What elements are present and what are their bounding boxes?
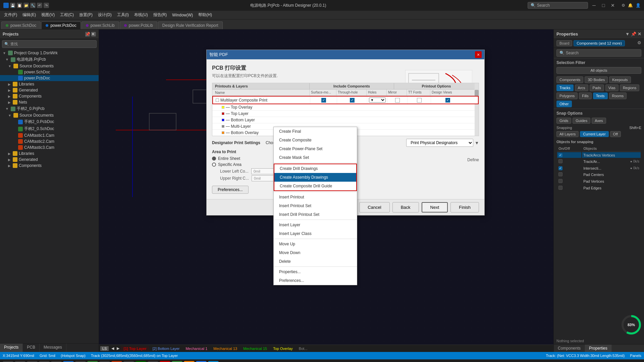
rtab-components[interactable]: Components [554, 345, 585, 352]
filter-btn-vias[interactable]: Vias [605, 84, 619, 91]
properties-search[interactable]: 🔍 Search [556, 49, 641, 57]
ctx-create-power-plane[interactable]: Create Power-Plane Set [274, 144, 357, 153]
taskbar-icon-7[interactable]: A [111, 361, 122, 362]
menu-design[interactable]: 设计(D) [95, 11, 114, 18]
obj-row-padvertices[interactable]: Pad Vertices [557, 178, 641, 184]
menu-view[interactable]: 视图(V) [39, 11, 57, 18]
snap-mode-off[interactable]: Off [610, 131, 621, 137]
menu-route[interactable]: 布线(U) [131, 11, 151, 18]
layer-tab-topoverlay[interactable]: Top Overlay [270, 346, 296, 351]
tree-generated-1[interactable]: ▶ Generated [0, 87, 99, 93]
ctx-create-final[interactable]: Create Final [274, 127, 357, 136]
check-padvertices[interactable] [558, 179, 562, 183]
menu-edit[interactable]: 编辑(E) [20, 11, 39, 18]
tab-schLib[interactable]: power.SchLib [82, 21, 119, 29]
panel-pin-icon[interactable]: 📌 [85, 32, 90, 37]
table-row-top-overlay[interactable]: — Top Overlay [212, 104, 479, 111]
obj-row-trackvertices[interactable]: ✓ Track/Arcs Vertices [557, 152, 641, 158]
ctx-insert-layer-class[interactable]: Insert Layer Class [274, 229, 357, 238]
filter-icon-right[interactable]: ⚙ [637, 40, 641, 46]
taskbar-icon-14[interactable]: G [196, 361, 207, 362]
title-search[interactable]: 🔍 Search [528, 2, 588, 9]
check-trackvertices[interactable]: ✓ [558, 153, 562, 157]
table-scrollbar[interactable] [475, 83, 479, 136]
tree-power-schdoc[interactable]: ▶ power.SchDoc [0, 69, 99, 75]
taskbar-icon-4[interactable]: 📋 [75, 361, 86, 362]
rtab-properties[interactable]: Properties [585, 345, 612, 352]
maximize-button[interactable]: □ [600, 2, 607, 9]
ctx-move-up[interactable]: Move Up [274, 240, 357, 248]
designator-dropdown[interactable]: Print Physical Designators Print Logical… [406, 139, 473, 147]
ctx-create-assembly[interactable]: Create Assembly Drawings [274, 173, 356, 182]
ctx-insert-drill-printout[interactable]: Insert Drill Printout Set [274, 210, 357, 219]
menu-file[interactable]: 文件(F) [1, 11, 20, 18]
ctx-create-drill[interactable]: Create Drill Drawings [274, 164, 356, 173]
radio-specific-btn[interactable] [212, 163, 216, 167]
tb-icon-3[interactable]: 📋 [17, 3, 22, 8]
menu-tools[interactable]: 工具(I) [114, 11, 131, 18]
obj-row-trackarc[interactable]: Track/Ar... ● 0k/s [557, 159, 641, 165]
check-mirror[interactable] [395, 98, 400, 103]
taskbar-icon-5[interactable]: P [87, 361, 98, 362]
taskbar-icon-fe[interactable]: 📁 [27, 361, 38, 362]
taskbar-icon-6[interactable]: ⚙ [99, 361, 110, 362]
layer-tab-top[interactable]: [1] Top Layer [121, 346, 149, 351]
start-button[interactable]: ⊞ [3, 361, 13, 362]
bell-icon[interactable]: 🔔 [628, 3, 633, 8]
panel-close-icon[interactable]: ✕ [91, 32, 96, 37]
obj-row-intersect[interactable]: ✓ Intersecti... ● 0k/s [557, 165, 641, 171]
ctx-create-mask[interactable]: Create Mask Set [274, 153, 357, 162]
layer-tab-bot[interactable]: Bot... [296, 346, 310, 351]
taskbar-icon-11[interactable]: E [160, 361, 170, 362]
tree-libraries-2[interactable]: ▶ Libraries [0, 150, 99, 157]
nav-right[interactable]: ▶ [115, 346, 121, 351]
check-padcenters[interactable] [558, 172, 562, 176]
project-search[interactable]: 🔍 查找 [2, 40, 97, 48]
table-row-bottom-layer[interactable]: — Bottom Layer [212, 117, 479, 123]
tb-icon-7[interactable]: ↷ [44, 3, 49, 8]
layer-tab-mech13[interactable]: Mechanical 13 [211, 346, 240, 351]
layer-tab-bottom[interactable]: [2] Bottom Layer [150, 346, 182, 351]
layer-tab-mech1[interactable]: Mechanical 1 [183, 346, 210, 351]
tab-schDoc[interactable]: power.SchDoc [1, 21, 41, 29]
tab-pcbLib[interactable]: power.PcbLib [120, 21, 157, 29]
taskbar-icon-10[interactable]: 📊 [148, 361, 158, 362]
tab-pcb[interactable]: PCB [23, 344, 40, 352]
check-intersect[interactable]: ✓ [558, 166, 562, 170]
ctx-insert-printout-set[interactable]: Insert Printout Set [274, 201, 357, 210]
check-trackarc[interactable] [558, 159, 562, 163]
dialog-close-button[interactable]: × [475, 51, 482, 58]
tab-drc[interactable]: Design Rule Verification Report [158, 21, 223, 29]
layer-tab-mech15[interactable]: Mechanical 15 [240, 346, 270, 351]
close-icon[interactable]: ✕ [638, 32, 641, 37]
tree-handle-pcbdoc[interactable]: ▶ 手柄2_0.PcbDoc [0, 118, 99, 125]
tree-generated-2[interactable]: ▶ Generated [0, 157, 99, 163]
filter-btn-polygons[interactable]: Polygons [556, 93, 578, 99]
close-button[interactable]: ✕ [609, 2, 616, 9]
filter-btn-fills[interactable]: Fills [579, 93, 592, 99]
holes-dropdown[interactable]: ▼ [369, 98, 386, 103]
tab-pcbDoc[interactable]: power.PcbDoc [41, 21, 80, 29]
filter-btn-pads[interactable]: Pads [590, 84, 604, 91]
pin-icon[interactable]: 📌 [631, 32, 636, 37]
prop-tab-components[interactable]: Components (and 12 more) [574, 40, 625, 46]
tree-project-group[interactable]: ▼ Project Group 1.DsnWrk [0, 50, 99, 56]
menu-help[interactable]: 帮助(H) [196, 11, 215, 18]
ctx-insert-printout[interactable]: Insert Printout [274, 193, 357, 201]
ctx-insert-layer[interactable]: Insert Layer [274, 221, 357, 229]
table-row-top-layer[interactable]: — Top Layer [212, 111, 479, 117]
snap-btn-axes[interactable]: Axes [592, 118, 606, 124]
taskbar-icon-12[interactable]: 🌐 [172, 361, 182, 362]
obj-row-padedges[interactable]: Pad Edges [557, 185, 641, 191]
tree-handle-schdoc[interactable]: ▶ 手柄2_0.SchDoc [0, 125, 99, 132]
taskbar-icon-8[interactable]: 🔧 [123, 361, 134, 362]
taskbar-icon-13[interactable]: 🦊 [184, 361, 195, 362]
filter-btn-tracks[interactable]: Tracks [556, 84, 574, 91]
taskbar-icon-3[interactable]: A [63, 361, 74, 362]
tb-icon-5[interactable]: 🔧 [30, 3, 36, 8]
prop-tab-board[interactable]: Board [556, 40, 572, 46]
ctx-create-composite[interactable]: Create Composite [274, 136, 357, 144]
tree-nets[interactable]: ▶ Nets [0, 99, 99, 105]
radio-entire-sheet[interactable]: Entire Sheet [212, 156, 278, 161]
taskbar-icon-15[interactable]: A [208, 361, 219, 362]
